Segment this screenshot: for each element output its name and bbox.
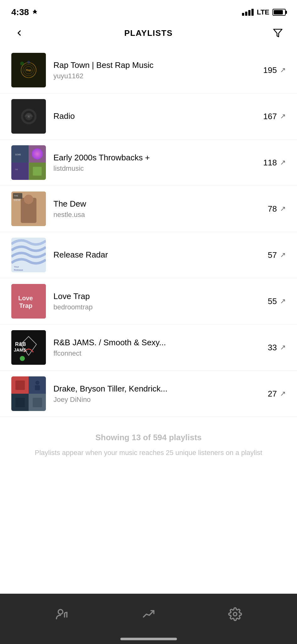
playlist-count-area: 33 ↗ [261,343,286,353]
radar-thumb-art: Your Release Radar [11,238,46,272]
person-music-icon [55,607,69,621]
svg-point-32 [20,356,25,361]
list-item[interactable]: Rap Rap Town | Best Rap Music yuyu1162 1… [0,47,297,93]
svg-point-17 [24,195,33,204]
playlist-count-area: 27 ↗ [261,389,286,399]
open-link-icon[interactable]: ↗ [280,205,286,213]
bottom-navigation [0,594,297,644]
svg-text:Release: Release [14,269,23,271]
nav-item-stats[interactable] [142,607,156,621]
playlist-count-area: 55 ↗ [261,297,286,306]
svg-point-36 [233,613,237,616]
playlist-count: 167 [261,112,277,121]
svg-point-11 [28,116,29,117]
playlist-info: The Dew nestle.usa [53,199,255,219]
page-header: PLAYLISTS [0,22,297,47]
playlist-info: Release Radar [53,250,255,260]
open-link-icon[interactable]: ↗ [280,297,286,305]
playlist-author: yuyu1162 [53,72,255,80]
playlist-name: Drake, Bryson Tiller, Kendrick... [53,384,255,394]
svg-text:Love: Love [18,295,33,302]
filter-icon [273,28,283,38]
playlist-author: bedroomtrap [53,303,255,311]
svg-text:JAMS.: JAMS. [14,347,27,353]
playlist-name: R&B JAMS. / Smooth & Sexy... [53,337,255,348]
svg-text:Your: Your [14,265,19,268]
location-icon [31,9,38,16]
playlist-info: R&B JAMS. / Smooth & Sexy... ffconnect [53,337,255,358]
filter-button[interactable] [270,25,286,41]
playlist-count-area: 57 ↗ [261,250,286,260]
playlist-thumbnail: THE DEW [11,192,46,226]
playlist-author: nestle.usa [53,211,255,219]
status-bar: 4:38 LTE [0,0,297,22]
svg-marker-0 [274,29,282,37]
open-link-icon[interactable]: ↗ [280,66,286,74]
svg-point-33 [35,380,39,385]
list-item[interactable]: R&B JAMS. R&B JAMS. / Smooth & Sexy... f… [0,325,297,371]
playlist-count: 55 [261,297,277,306]
playlist-name: Radio [53,111,255,122]
nav-item-settings[interactable] [228,607,242,621]
open-link-icon[interactable]: ↗ [280,343,286,352]
playlist-list: Rap Rap Town | Best Rap Music yuyu1162 1… [0,47,297,417]
open-link-icon[interactable]: ↗ [280,251,286,259]
svg-rect-34 [35,385,40,390]
playlist-info: Love Trap bedroomtrap [53,291,255,311]
page-title: PLAYLISTS [124,28,173,38]
back-icon [15,29,24,37]
svg-point-35 [58,609,63,614]
svg-text:THE: THE [15,169,18,170]
back-button[interactable] [11,25,27,41]
playlist-author: Joey DiNino [53,396,255,404]
playlist-name: Love Trap [53,291,255,302]
list-item[interactable]: Radio 167 ↗ [0,93,297,140]
playlist-author: ffconnect [53,349,255,358]
playlist-count: 78 [261,204,277,214]
rnb-thumb-art: R&B JAMS. [11,330,46,365]
list-item[interactable]: Your Release Radar Release Radar 57 ↗ [0,232,297,278]
home-indicator [120,638,177,640]
lovetrap-thumb-art: Love Trap [11,284,46,319]
svg-text:DEW: DEW [14,198,21,202]
playlist-name: Rap Town | Best Rap Music [53,60,255,71]
svg-rect-14 [33,167,42,176]
svg-text:Radar: Radar [14,272,21,272]
nav-item-profile[interactable] [55,607,69,621]
playlist-name: Early 2000s Throwbacks + [53,153,255,163]
playlist-count-area: 118 ↗ [261,158,286,168]
playlist-thumbnail: Love Trap [11,284,46,319]
showing-count: Showing 13 of 594 playlists [19,433,278,442]
playlist-count: 33 [261,343,277,353]
open-link-icon[interactable]: ↗ [280,390,286,398]
playlist-info: Rap Town | Best Rap Music yuyu1162 [53,60,255,80]
list-item[interactable]: Drake, Bryson Tiller, Kendrick... Joey D… [0,371,297,417]
playlist-count: 195 [261,65,277,75]
playlist-count: 57 [261,250,277,260]
svg-point-6 [27,61,30,64]
list-item[interactable]: Love Trap Love Trap bedroomtrap 55 ↗ [0,278,297,325]
playlist-count-area: 78 ↗ [261,204,286,214]
signal-bars [242,9,254,16]
playlist-thumbnail [11,376,46,411]
playlist-name: Release Radar [53,250,255,260]
gear-icon [228,607,242,621]
open-link-icon[interactable]: ↗ [280,158,286,167]
lte-indicator: LTE [257,8,269,16]
rap-thumb-art: Rap [19,61,38,80]
list-item[interactable]: THE DEW The Dew nestle.usa 78 ↗ [0,186,297,232]
playlist-info: Radio [53,111,255,122]
list-item[interactable]: SOME THE Early 2000s Throwbacks + listdm… [0,140,297,186]
svg-text:Trap: Trap [19,302,32,309]
playlist-thumbnail: R&B JAMS. [11,330,46,365]
playlist-info: Early 2000s Throwbacks + listdmusic [53,153,255,173]
playlist-thumbnail: Rap [11,53,46,87]
battery-icon [272,9,286,16]
open-link-icon[interactable]: ↗ [280,112,286,120]
svg-text:THE: THE [14,195,18,197]
playlist-author: listdmusic [53,164,255,173]
playlist-name: The Dew [53,199,255,209]
svg-text:Rap: Rap [26,69,31,72]
svg-text:SOME: SOME [15,153,21,156]
trending-up-icon [142,607,156,621]
